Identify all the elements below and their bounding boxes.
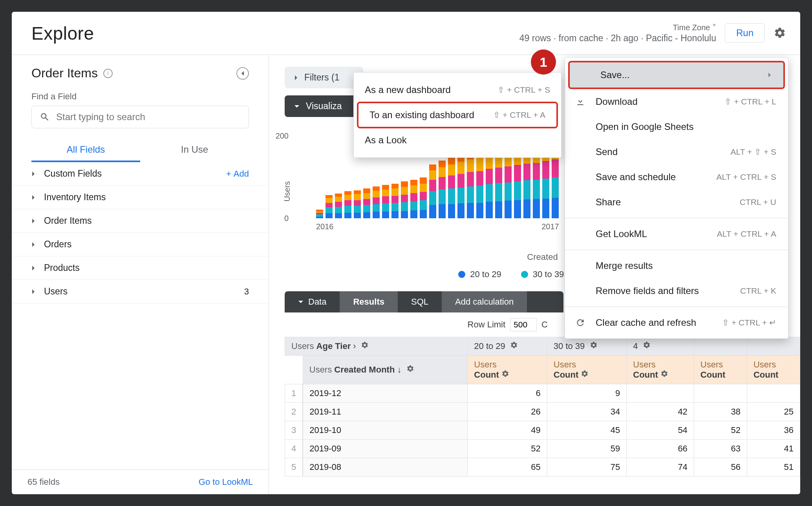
caret-right-icon [31,218,35,224]
bar [316,210,323,218]
search-wrap[interactable] [31,106,249,128]
bar [448,158,455,218]
explore-title: Order Items i [31,66,113,80]
tab-data[interactable]: Data [285,291,340,312]
field-group[interactable]: Inventory Items [12,186,269,209]
bar [373,186,380,218]
tab-add-calculation[interactable]: Add calculation [442,291,527,312]
go-to-lookml-link[interactable]: Go to LookML [199,477,253,487]
table-row: 32019-104945545236 [285,421,800,440]
caret-right-icon [31,171,35,177]
menu-share[interactable]: Share CTRL + U [565,190,788,215]
caret-right-icon [31,242,35,247]
field-group[interactable]: Products [12,256,269,280]
caret-right-icon [31,195,35,200]
field-list: Custom Fields+AddInventory ItemsOrder It… [12,162,269,469]
table-controls: Row Limit C [285,312,563,337]
menu-save-new-dashboard[interactable]: As a new dashboard ⇧ + CTRL + S [354,78,561,102]
tab-results[interactable]: Results [340,291,397,312]
bar [476,150,483,218]
status-block: Time Zone ˅ 49 rows · from cache · 2h ag… [519,22,716,44]
pivot-header[interactable]: Users Age Tier › [285,337,468,356]
search-icon [40,112,50,122]
legend-item: 30 to 39 [521,269,564,279]
field-group[interactable]: Custom Fields+Add [12,162,269,186]
tab-sql[interactable]: SQL [398,291,442,312]
caret-right-icon [294,75,298,80]
data-tabs: Data Results SQL Add calculation [285,291,563,312]
field-group[interactable]: Order Items [12,209,269,233]
caret-right-icon [31,289,35,294]
info-icon[interactable]: i [103,69,113,78]
field-group[interactable]: Orders [12,233,269,256]
row-limit-input[interactable] [510,318,537,331]
chevron-right-icon [768,72,772,78]
save-submenu: As a new dashboard ⇧ + CTRL + S To an ex… [353,72,561,158]
menu-save-existing-dashboard[interactable]: To an existing dashboard ⇧ + CTRL + A [357,102,558,128]
search-input[interactable] [56,111,241,122]
menu-send[interactable]: Send ALT + ⇧ + S [565,139,788,164]
menu-clear-cache[interactable]: Clear cache and refresh ⇧ + CTRL + ↵ [565,310,788,335]
run-button[interactable]: Run [725,23,765,43]
dimension-header[interactable]: Users Created Month ↓ [303,356,468,384]
bar [354,190,361,218]
bar [326,195,333,218]
bar [410,180,417,218]
timezone-toggle[interactable]: Time Zone ˅ [519,22,716,33]
menu-merge[interactable]: Merge results [565,253,788,278]
field-group[interactable]: Users3 [12,280,269,303]
data-table: Users Age Tier › 20 to 29 30 to 39 4 Use… [285,337,800,477]
sidebar: Order Items i Find a Field All Fields In… [12,55,269,494]
header: Explore Time Zone ˅ 49 rows · from cache… [12,12,800,55]
bar [467,152,474,218]
gear-icon[interactable] [774,27,786,39]
bar [457,155,465,218]
menu-save[interactable]: Save... [568,61,785,89]
bar [420,177,427,218]
bar [382,185,389,218]
y-axis-label: Users [283,181,292,201]
collapse-sidebar-icon[interactable] [236,67,249,80]
table-row: 42019-095259666341 [285,440,800,458]
field-count: 65 fields [27,477,60,487]
bar [391,184,399,218]
annotation-step-1: 1 [531,49,556,75]
find-label: Find a Field [31,91,249,102]
menu-save-as-look[interactable]: As a Look [354,128,561,152]
tab-all-fields[interactable]: All Fields [31,144,140,162]
filters-panel-header[interactable]: Filters (1 [285,67,363,88]
menu-open-sheets[interactable]: Open in Google Sheets [565,114,788,139]
refresh-icon [575,317,586,328]
menu-download[interactable]: Download ⇧ + CTRL + L [565,89,788,114]
menu-remove-fields[interactable]: Remove fields and filters CTRL + K [565,278,788,303]
status-text: 49 rows · from cache · 2h ago · Pacific … [519,33,716,44]
bar [401,181,408,218]
bar [439,161,446,218]
table-row: 12019-1269 [285,384,800,403]
tab-in-use[interactable]: In Use [140,144,249,162]
bar [344,191,351,218]
caret-right-icon [31,265,35,271]
caret-down-icon [294,104,300,108]
page-title: Explore [31,23,94,44]
download-icon [575,96,586,107]
menu-get-lookml[interactable]: Get LookML ALT + CTRL + A [565,221,788,247]
menu-save-schedule[interactable]: Save and schedule ALT + CTRL + S [565,164,788,190]
legend-item: 20 to 29 [458,269,501,279]
table-row: 22019-112634423825 [285,403,800,421]
bar [363,188,370,218]
bar [429,164,436,218]
table-row: 52019-086575745651 [285,458,800,477]
row-limit-label: Row Limit [468,320,506,330]
gear-menu: Save... Download ⇧ + CTRL + L Open in Go… [565,57,788,339]
bar [335,194,342,218]
add-custom-field[interactable]: +Add [226,169,249,179]
